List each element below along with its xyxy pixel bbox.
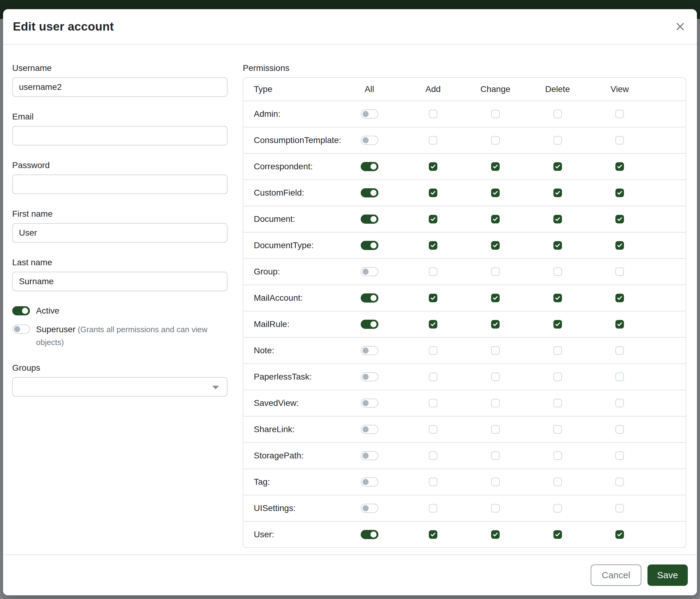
permission-type-label: StoragePath: [243, 451, 337, 460]
permission-view-checkbox[interactable] [616, 478, 624, 486]
permission-change-checkbox[interactable] [491, 241, 500, 250]
permission-view-checkbox[interactable] [616, 189, 624, 197]
permission-view-checkbox[interactable] [616, 530, 624, 539]
permission-change-checkbox[interactable] [491, 399, 500, 407]
permission-add-checkbox[interactable] [429, 451, 438, 460]
permission-add-checkbox[interactable] [429, 478, 438, 486]
permission-add-checkbox[interactable] [429, 530, 438, 539]
permission-add-checkbox[interactable] [429, 373, 438, 381]
permission-add-checkbox[interactable] [429, 399, 438, 407]
permission-view-checkbox[interactable] [616, 294, 624, 302]
permission-add-checkbox[interactable] [429, 189, 438, 197]
permission-delete-checkbox[interactable] [553, 267, 562, 276]
permission-all-toggle[interactable] [361, 346, 378, 355]
permission-change-checkbox[interactable] [491, 294, 500, 302]
permission-change-checkbox[interactable] [491, 267, 500, 276]
permission-all-toggle[interactable] [361, 477, 378, 486]
column-header-delete: Delete [527, 85, 589, 94]
permission-change-checkbox[interactable] [491, 504, 500, 512]
permission-view-checkbox[interactable] [616, 320, 624, 329]
permission-all-toggle[interactable] [361, 372, 378, 381]
superuser-toggle[interactable] [12, 325, 30, 334]
permission-view-checkbox[interactable] [616, 425, 624, 434]
permission-delete-checkbox[interactable] [553, 241, 562, 250]
permission-delete-checkbox[interactable] [553, 162, 562, 171]
permission-view-checkbox[interactable] [616, 136, 624, 145]
first-name-field[interactable] [12, 223, 227, 243]
permission-add-checkbox[interactable] [429, 215, 438, 223]
permission-change-checkbox[interactable] [491, 189, 500, 197]
permission-all-toggle[interactable] [361, 399, 378, 408]
username-input[interactable] [12, 77, 227, 97]
permission-change-checkbox[interactable] [491, 373, 500, 381]
permission-view-checkbox[interactable] [616, 162, 624, 171]
permission-add-checkbox[interactable] [429, 241, 438, 250]
permission-delete-checkbox[interactable] [553, 425, 562, 434]
permission-all-toggle[interactable] [361, 320, 378, 329]
permission-add-checkbox[interactable] [429, 346, 438, 355]
permission-add-checkbox[interactable] [429, 162, 438, 171]
permission-change-checkbox[interactable] [491, 346, 500, 355]
permission-delete-checkbox[interactable] [553, 215, 562, 223]
cancel-button[interactable]: Cancel [591, 565, 641, 586]
permission-all-toggle[interactable] [361, 241, 378, 250]
close-button[interactable] [673, 20, 687, 33]
permission-delete-checkbox[interactable] [553, 399, 562, 407]
permission-all-toggle[interactable] [361, 451, 378, 460]
permission-change-checkbox[interactable] [491, 425, 500, 434]
password-field[interactable] [12, 174, 227, 194]
groups-select[interactable] [12, 377, 227, 397]
permission-change-checkbox[interactable] [491, 451, 500, 460]
permission-view-checkbox[interactable] [616, 346, 624, 355]
permission-delete-checkbox[interactable] [553, 478, 562, 486]
permission-view-checkbox[interactable] [616, 215, 624, 223]
permission-delete-checkbox[interactable] [553, 320, 562, 329]
last-name-field[interactable] [12, 272, 227, 291]
permission-add-checkbox[interactable] [429, 294, 438, 302]
permission-all-toggle[interactable] [361, 215, 378, 224]
permission-add-checkbox[interactable] [429, 320, 438, 329]
permission-all-toggle[interactable] [361, 293, 378, 303]
permission-change-checkbox[interactable] [491, 110, 500, 118]
permission-all-toggle[interactable] [361, 110, 378, 119]
permission-view-checkbox[interactable] [616, 241, 624, 250]
permission-add-checkbox[interactable] [429, 425, 438, 434]
save-button[interactable]: Save [648, 565, 688, 586]
permission-all-toggle[interactable] [361, 425, 378, 434]
permission-change-checkbox[interactable] [491, 215, 500, 223]
permission-all-toggle[interactable] [361, 504, 378, 513]
permission-change-checkbox[interactable] [491, 162, 500, 171]
column-header-all: All [337, 85, 402, 94]
permission-change-checkbox[interactable] [491, 530, 500, 539]
permission-view-checkbox[interactable] [616, 267, 624, 276]
permission-add-checkbox[interactable] [429, 504, 438, 512]
permission-all-toggle[interactable] [361, 530, 378, 539]
permission-add-checkbox[interactable] [429, 267, 438, 276]
permission-all-toggle[interactable] [361, 267, 378, 276]
permission-delete-checkbox[interactable] [553, 373, 562, 381]
permission-view-checkbox[interactable] [616, 451, 624, 460]
permission-change-checkbox[interactable] [491, 136, 500, 145]
permission-all-toggle[interactable] [361, 162, 378, 171]
permission-delete-checkbox[interactable] [553, 136, 562, 145]
permission-delete-checkbox[interactable] [553, 451, 562, 460]
permission-view-checkbox[interactable] [616, 373, 624, 381]
permission-view-checkbox[interactable] [616, 110, 624, 118]
permission-delete-checkbox[interactable] [553, 189, 562, 197]
permission-all-toggle[interactable] [361, 188, 378, 197]
permission-delete-checkbox[interactable] [553, 110, 562, 118]
permission-add-checkbox[interactable] [429, 110, 438, 118]
active-toggle[interactable] [12, 306, 30, 315]
permission-add-checkbox[interactable] [429, 136, 438, 145]
permission-delete-checkbox[interactable] [553, 504, 562, 512]
permission-view-checkbox[interactable] [616, 504, 624, 512]
permission-type-label: User: [243, 530, 337, 540]
permission-delete-checkbox[interactable] [553, 294, 562, 302]
permission-all-toggle[interactable] [361, 136, 378, 145]
permission-view-checkbox[interactable] [616, 399, 624, 407]
permission-delete-checkbox[interactable] [553, 346, 562, 355]
permission-change-checkbox[interactable] [491, 478, 500, 486]
permission-delete-checkbox[interactable] [553, 530, 562, 539]
email-field[interactable] [12, 126, 227, 145]
permission-change-checkbox[interactable] [491, 320, 500, 329]
